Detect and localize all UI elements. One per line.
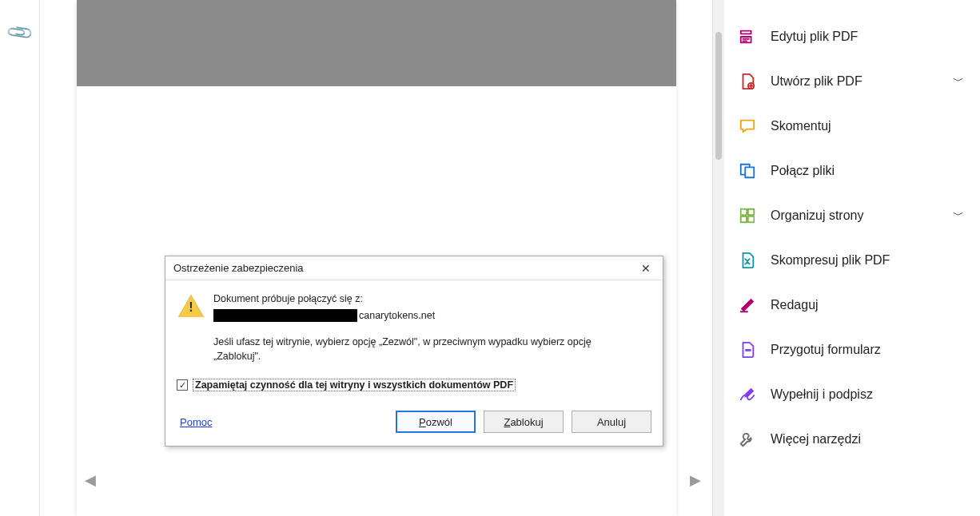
remember-checkbox[interactable]: ✓ bbox=[177, 379, 188, 391]
svg-rect-8 bbox=[745, 167, 754, 177]
sidebar-item-label: Skomentuj bbox=[771, 119, 964, 133]
svg-rect-14 bbox=[745, 349, 751, 351]
cancel-button[interactable]: Anuluj bbox=[572, 411, 651, 433]
comment-icon bbox=[737, 116, 758, 137]
sidebar-item-fill-sign[interactable]: Wypełnij i podpisz bbox=[724, 372, 980, 417]
organize-pages-icon bbox=[737, 205, 758, 226]
allow-button[interactable]: Pozwól bbox=[396, 411, 476, 433]
block-button[interactable]: Zablokuj bbox=[484, 411, 564, 433]
dialog-titlebar: Ostrzeżenie zabezpieczenia ✕ bbox=[165, 256, 663, 280]
combine-files-icon bbox=[737, 161, 758, 181]
sidebar-item-label: Wypełnij i podpisz bbox=[771, 387, 964, 402]
sidebar-item-compress-pdf[interactable]: Skompresuj plik PDF bbox=[724, 238, 980, 283]
sidebar-item-label: Przygotuj formularz bbox=[771, 343, 964, 357]
dialog-title: Ostrzeżenie zabezpieczenia bbox=[173, 262, 634, 274]
sidebar-item-label: Utwórz plik PDF bbox=[771, 74, 953, 89]
svg-rect-12 bbox=[748, 216, 754, 222]
help-link[interactable]: Pomoc bbox=[180, 416, 212, 428]
fill-sign-icon bbox=[737, 384, 758, 405]
sidebar-item-label: Redaguj bbox=[771, 298, 964, 312]
redacted-url-prefix bbox=[213, 309, 357, 322]
tools-sidebar: Edytuj plik PDFUtwórz plik PDF﹀Skomentuj… bbox=[724, 0, 980, 516]
sidebar-item-label: Połącz pliki bbox=[771, 164, 964, 178]
scrollbar[interactable] bbox=[713, 0, 724, 516]
remember-checkbox-label[interactable]: Zapamiętaj czynność dla tej witryny i ws… bbox=[193, 379, 516, 391]
page-next-arrow[interactable]: ▶ bbox=[690, 471, 701, 489]
sidebar-item-more-tools[interactable]: Więcej narzędzi bbox=[724, 417, 980, 462]
compress-pdf-icon bbox=[737, 250, 758, 271]
svg-rect-9 bbox=[741, 209, 747, 215]
sidebar-item-label: Edytuj plik PDF bbox=[771, 30, 964, 44]
sidebar-item-label: Organizuj strony bbox=[771, 208, 953, 223]
svg-rect-11 bbox=[741, 216, 747, 222]
chevron-down-icon: ﹀ bbox=[953, 208, 964, 223]
sidebar-item-comment[interactable]: Skomentuj bbox=[724, 104, 980, 149]
sidebar-item-label: Więcej narzędzi bbox=[771, 432, 964, 447]
sidebar-item-label: Skompresuj plik PDF bbox=[771, 253, 964, 268]
sidebar-item-combine-files[interactable]: Połącz pliki bbox=[724, 149, 980, 193]
sidebar-item-prepare-form[interactable]: Przygotuj formularz bbox=[724, 327, 980, 372]
sidebar-item-create-pdf[interactable]: Utwórz plik PDF﹀ bbox=[724, 59, 980, 104]
dialog-message-body: Jeśli ufasz tej witrynie, wybierz opcję … bbox=[213, 335, 629, 365]
edit-pdf-icon bbox=[737, 26, 758, 47]
left-gutter: 📎 bbox=[0, 0, 40, 516]
dialog-url: canarytokens.net bbox=[213, 308, 651, 323]
create-pdf-icon bbox=[737, 71, 758, 92]
page-prev-arrow[interactable]: ◀ bbox=[85, 471, 96, 489]
dialog-url-suffix: canarytokens.net bbox=[359, 310, 435, 321]
prepare-form-icon bbox=[737, 339, 758, 360]
attachment-icon[interactable]: 📎 bbox=[5, 18, 34, 47]
svg-rect-10 bbox=[748, 209, 754, 215]
sidebar-item-edit-pdf[interactable]: Edytuj plik PDF bbox=[724, 14, 980, 59]
document-area: ◀ ▶ Ostrzeżenie zabezpieczenia ✕ ! Dokum… bbox=[40, 0, 712, 516]
security-warning-dialog: Ostrzeżenie zabezpieczenia ✕ ! Dokument … bbox=[165, 256, 663, 447]
document-gray-region bbox=[77, 0, 676, 86]
warning-icon: ! bbox=[177, 293, 205, 319]
more-tools-icon bbox=[737, 429, 758, 450]
sidebar-item-organize-pages[interactable]: Organizuj strony﹀ bbox=[724, 193, 980, 238]
redact-icon bbox=[737, 295, 758, 316]
close-icon[interactable]: ✕ bbox=[634, 258, 658, 279]
dialog-message-intro: Dokument próbuje połączyć się z: bbox=[213, 292, 651, 307]
svg-rect-0 bbox=[741, 31, 751, 34]
chevron-down-icon: ﹀ bbox=[953, 74, 964, 89]
sidebar-item-redact[interactable]: Redaguj bbox=[724, 283, 980, 327]
